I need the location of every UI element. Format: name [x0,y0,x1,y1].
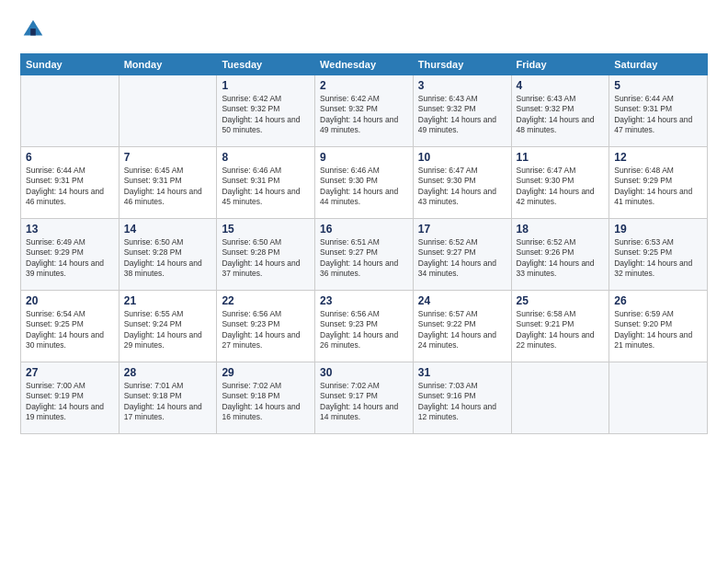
calendar-cell: 30Sunrise: 7:02 AMSunset: 9:17 PMDayligh… [315,362,414,434]
day-detail: Sunrise: 7:03 AMSunset: 9:16 PMDaylight:… [418,381,506,423]
day-detail: Sunrise: 6:59 AMSunset: 9:20 PMDaylight:… [614,309,702,351]
day-number: 18 [517,223,605,236]
week-row-5: 27Sunrise: 7:00 AMSunset: 9:19 PMDayligh… [21,362,708,434]
day-detail: Sunrise: 6:47 AMSunset: 9:30 PMDaylight:… [418,166,506,208]
calendar-cell: 5Sunrise: 6:44 AMSunset: 9:31 PMDaylight… [609,75,708,147]
calendar-cell [119,75,217,147]
calendar-cell: 17Sunrise: 6:52 AMSunset: 9:27 PMDayligh… [413,219,511,291]
day-detail: Sunrise: 6:53 AMSunset: 9:25 PMDaylight:… [614,237,702,280]
week-row-2: 6Sunrise: 6:44 AMSunset: 9:31 PMDaylight… [21,147,708,219]
calendar-cell: 9Sunrise: 6:46 AMSunset: 9:30 PMDaylight… [315,147,414,219]
day-detail: Sunrise: 6:43 AMSunset: 9:32 PMDaylight:… [517,94,605,136]
day-number: 16 [320,223,408,236]
day-detail: Sunrise: 6:48 AMSunset: 9:29 PMDaylight:… [614,166,702,208]
week-row-3: 13Sunrise: 6:49 AMSunset: 9:29 PMDayligh… [21,219,708,291]
day-detail: Sunrise: 7:02 AMSunset: 9:18 PMDaylight:… [222,381,310,423]
logo-icon [20,17,46,42]
calendar-cell: 18Sunrise: 6:52 AMSunset: 9:26 PMDayligh… [511,219,609,291]
day-number: 1 [222,79,310,92]
day-number: 12 [614,151,702,164]
day-detail: Sunrise: 6:55 AMSunset: 9:24 PMDaylight:… [124,309,212,351]
day-detail: Sunrise: 6:56 AMSunset: 9:23 PMDaylight:… [320,309,408,351]
calendar-cell: 8Sunrise: 6:46 AMSunset: 9:31 PMDaylight… [217,147,315,219]
day-number: 21 [124,294,212,307]
day-number: 22 [222,294,310,307]
weekday-header-wednesday: Wednesday [315,54,414,75]
day-number: 9 [320,151,408,164]
day-number: 23 [320,294,408,307]
day-number: 24 [418,294,506,307]
day-detail: Sunrise: 6:54 AMSunset: 9:25 PMDaylight:… [26,309,114,351]
day-detail: Sunrise: 6:44 AMSunset: 9:31 PMDaylight:… [614,94,702,136]
calendar-cell: 29Sunrise: 7:02 AMSunset: 9:18 PMDayligh… [217,362,315,434]
calendar-page: SundayMondayTuesdayWednesdayThursdayFrid… [0,0,728,563]
calendar-cell: 7Sunrise: 6:45 AMSunset: 9:31 PMDaylight… [119,147,217,219]
calendar-cell: 16Sunrise: 6:51 AMSunset: 9:27 PMDayligh… [315,219,414,291]
day-detail: Sunrise: 6:45 AMSunset: 9:31 PMDaylight:… [124,166,212,208]
logo [20,17,50,42]
day-detail: Sunrise: 6:56 AMSunset: 9:23 PMDaylight:… [222,309,310,351]
day-number: 14 [124,223,212,236]
weekday-header-thursday: Thursday [413,54,511,75]
calendar-cell: 19Sunrise: 6:53 AMSunset: 9:25 PMDayligh… [609,219,708,291]
day-detail: Sunrise: 6:52 AMSunset: 9:27 PMDaylight:… [418,237,506,280]
day-number: 31 [418,366,506,379]
calendar-cell: 10Sunrise: 6:47 AMSunset: 9:30 PMDayligh… [413,147,511,219]
day-detail: Sunrise: 6:58 AMSunset: 9:21 PMDaylight:… [517,309,605,351]
weekday-header-friday: Friday [511,54,609,75]
day-number: 19 [614,223,702,236]
day-number: 26 [614,294,702,307]
day-detail: Sunrise: 7:02 AMSunset: 9:17 PMDaylight:… [320,381,408,423]
calendar-cell: 14Sunrise: 6:50 AMSunset: 9:28 PMDayligh… [119,219,217,291]
calendar-cell: 31Sunrise: 7:03 AMSunset: 9:16 PMDayligh… [413,362,511,434]
day-detail: Sunrise: 7:01 AMSunset: 9:18 PMDaylight:… [124,381,212,423]
day-number: 7 [124,151,212,164]
day-number: 17 [418,223,506,236]
calendar-cell: 4Sunrise: 6:43 AMSunset: 9:32 PMDaylight… [511,75,609,147]
calendar-cell [511,362,609,434]
day-detail: Sunrise: 6:46 AMSunset: 9:30 PMDaylight:… [320,166,408,208]
day-detail: Sunrise: 6:50 AMSunset: 9:28 PMDaylight:… [124,237,212,280]
calendar-cell: 13Sunrise: 6:49 AMSunset: 9:29 PMDayligh… [21,219,119,291]
weekday-header-tuesday: Tuesday [217,54,315,75]
day-number: 27 [26,366,114,379]
calendar-cell: 24Sunrise: 6:57 AMSunset: 9:22 PMDayligh… [413,291,511,362]
weekday-header-row: SundayMondayTuesdayWednesdayThursdayFrid… [21,54,708,75]
calendar-cell [21,75,119,147]
day-number: 30 [320,366,408,379]
calendar-cell: 25Sunrise: 6:58 AMSunset: 9:21 PMDayligh… [511,291,609,362]
day-number: 28 [124,366,212,379]
calendar-body: 1Sunrise: 6:42 AMSunset: 9:32 PMDaylight… [21,75,708,434]
day-detail: Sunrise: 7:00 AMSunset: 9:19 PMDaylight:… [26,381,114,423]
weekday-header-sunday: Sunday [21,54,119,75]
day-number: 29 [222,366,310,379]
day-detail: Sunrise: 6:42 AMSunset: 9:32 PMDaylight:… [320,94,408,136]
day-detail: Sunrise: 6:47 AMSunset: 9:30 PMDaylight:… [517,166,605,208]
calendar-cell: 21Sunrise: 6:55 AMSunset: 9:24 PMDayligh… [119,291,217,362]
calendar-table: SundayMondayTuesdayWednesdayThursdayFrid… [20,53,708,434]
day-detail: Sunrise: 6:44 AMSunset: 9:31 PMDaylight:… [26,166,114,208]
day-number: 25 [517,294,605,307]
day-number: 10 [418,151,506,164]
calendar-cell: 28Sunrise: 7:01 AMSunset: 9:18 PMDayligh… [119,362,217,434]
day-detail: Sunrise: 6:51 AMSunset: 9:27 PMDaylight:… [320,237,408,280]
day-number: 4 [517,79,605,92]
day-detail: Sunrise: 6:42 AMSunset: 9:32 PMDaylight:… [222,94,310,136]
day-detail: Sunrise: 6:52 AMSunset: 9:26 PMDaylight:… [517,237,605,280]
calendar-cell: 22Sunrise: 6:56 AMSunset: 9:23 PMDayligh… [217,291,315,362]
calendar-cell: 15Sunrise: 6:50 AMSunset: 9:28 PMDayligh… [217,219,315,291]
calendar-cell: 26Sunrise: 6:59 AMSunset: 9:20 PMDayligh… [609,291,708,362]
calendar-cell: 23Sunrise: 6:56 AMSunset: 9:23 PMDayligh… [315,291,414,362]
day-number: 13 [26,223,114,236]
day-detail: Sunrise: 6:57 AMSunset: 9:22 PMDaylight:… [418,309,506,351]
calendar-cell [609,362,708,434]
calendar-cell: 6Sunrise: 6:44 AMSunset: 9:31 PMDaylight… [21,147,119,219]
calendar-cell: 2Sunrise: 6:42 AMSunset: 9:32 PMDaylight… [315,75,414,147]
day-number: 3 [418,79,506,92]
calendar-cell: 11Sunrise: 6:47 AMSunset: 9:30 PMDayligh… [511,147,609,219]
day-detail: Sunrise: 6:46 AMSunset: 9:31 PMDaylight:… [222,166,310,208]
day-number: 15 [222,223,310,236]
weekday-header-saturday: Saturday [609,54,708,75]
calendar-cell: 27Sunrise: 7:00 AMSunset: 9:19 PMDayligh… [21,362,119,434]
calendar-cell: 3Sunrise: 6:43 AMSunset: 9:32 PMDaylight… [413,75,511,147]
